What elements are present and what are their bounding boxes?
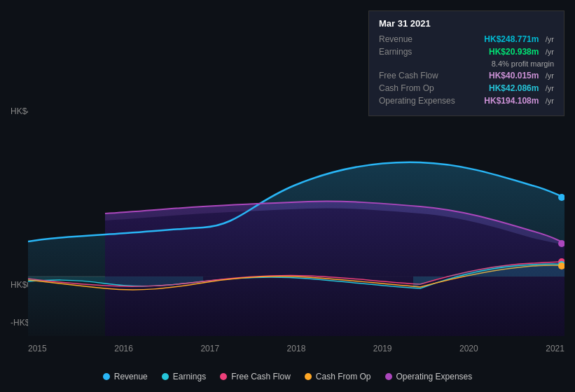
tooltip-value-earnings: HK$20.938m [489,47,539,57]
tooltip-value-revenue: HK$248.771m [484,34,539,44]
x-label-2020: 2020 [459,344,478,354]
tooltip-row-earnings: Earnings HK$20.938m /yr [379,47,554,57]
legend-dot-revenue [103,373,110,380]
tooltip-row-opex: Operating Expenses HK$194.108m /yr [379,96,554,106]
tooltip-unit-earnings: /yr [546,48,554,56]
tooltip-row-fcf: Free Cash Flow HK$40.015m /yr [379,71,554,80]
tooltip-title: Mar 31 2021 [379,18,554,29]
legend-label-opex: Operating Expenses [396,372,473,382]
tooltip-unit-cashfromop: /yr [546,84,554,92]
x-label-2016: 2016 [114,344,133,354]
tooltip-label-cashfromop: Cash From Op [379,83,456,93]
legend-label-fcf: Free Cash Flow [231,372,291,382]
legend-label-cashfromop: Cash From Op [316,372,371,382]
main-chart [28,105,564,336]
chart-container: Mar 31 2021 Revenue HK$248.771m /yr Earn… [0,0,575,392]
tooltip-unit-opex: /yr [546,97,554,105]
x-label-2018: 2018 [287,344,306,354]
x-label-2019: 2019 [373,344,392,354]
tooltip-unit-fcf: /yr [546,71,554,80]
x-label-2021: 2021 [546,344,564,354]
legend-opex[interactable]: Operating Expenses [385,372,473,382]
tooltip-value-cashfromop: HK$42.086m [489,83,539,93]
tooltip-panel: Mar 31 2021 Revenue HK$248.771m /yr Earn… [368,10,564,116]
legend-cashfromop[interactable]: Cash From Op [305,372,371,382]
legend-earnings[interactable]: Earnings [162,372,206,382]
tooltip-label-earnings: Earnings [379,47,456,57]
legend-dot-fcf [220,373,227,380]
tooltip-label-revenue: Revenue [379,34,456,44]
legend-label-revenue: Revenue [114,372,148,382]
x-label-2017: 2017 [200,344,219,354]
tooltip-label-opex: Operating Expenses [379,96,456,106]
legend-dot-earnings [162,373,169,380]
legend-revenue[interactable]: Revenue [103,372,148,382]
tooltip-row-cashfromop: Cash From Op HK$42.086m /yr [379,83,554,93]
x-axis-labels: 2015 2016 2017 2018 2019 2020 2021 [28,344,564,354]
tooltip-label-fcf: Free Cash Flow [379,71,456,80]
tooltip-value-opex: HK$194.108m [484,96,539,106]
legend-dot-cashfromop [305,373,312,380]
profit-margin: 8.4% profit margin [379,59,554,68]
chart-legend: Revenue Earnings Free Cash Flow Cash Fro… [0,372,575,382]
legend-label-earnings: Earnings [173,372,206,382]
legend-fcf[interactable]: Free Cash Flow [220,372,291,382]
tooltip-row-revenue: Revenue HK$248.771m /yr [379,34,554,44]
legend-dot-opex [385,373,392,380]
x-label-2015: 2015 [28,344,47,354]
tooltip-unit-revenue: /yr [546,35,554,43]
tooltip-value-fcf: HK$40.015m [489,71,539,80]
